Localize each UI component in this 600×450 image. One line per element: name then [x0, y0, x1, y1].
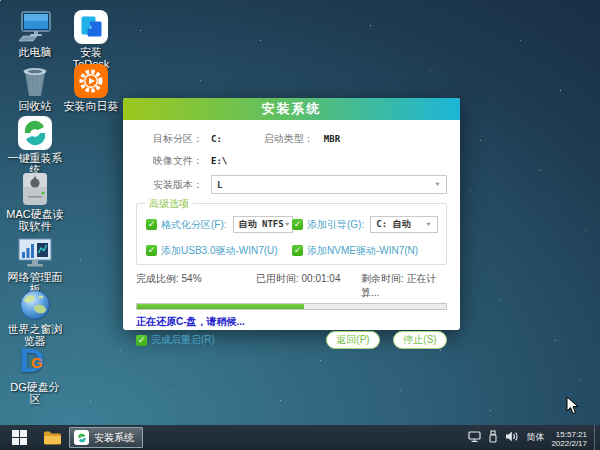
desktop-icon-recycle-bin[interactable]: 回收站 [6, 62, 64, 112]
restart-after-label: 完成后重启(R) [151, 333, 215, 347]
advanced-options-group: 高级选项 ✓ 格式化分区(F): 自动 NTFS ▼ ✓ 添加引导(G): [136, 203, 447, 265]
format-partition-select[interactable]: 自动 NTFS ▼ [233, 216, 293, 233]
usb3-driver-checkbox[interactable]: ✓ [146, 245, 157, 256]
chevron-down-icon: ▼ [425, 222, 432, 228]
target-partition-label: 目标分区： [153, 132, 203, 146]
progress-bar-fill [137, 304, 304, 309]
this-pc-icon [6, 8, 64, 44]
show-desktop-button[interactable] [594, 425, 598, 450]
usb-tray-icon[interactable] [488, 429, 498, 447]
recycle-bin-icon [6, 62, 64, 98]
desktop-icon-label: DG硬盘分区 [6, 381, 64, 405]
percent-complete: 完成比例: 54% [136, 272, 256, 300]
todesk-icon [62, 8, 120, 44]
desktop-icon-todesk[interactable]: 安装ToDesk [62, 8, 120, 70]
ime-indicator[interactable]: 简体 [526, 431, 544, 444]
image-file-row: 映像文件： E:\ [153, 154, 447, 168]
globe-icon [6, 285, 64, 321]
desktop-icon-mac-disk-reader[interactable]: MAC硬盘读取软件 [6, 170, 64, 232]
format-partition-label: 格式化分区(F): [161, 218, 227, 232]
chevron-down-icon: ▼ [284, 222, 291, 228]
mac-disk-icon [6, 170, 64, 206]
add-boot-checkbox[interactable]: ✓ [292, 219, 303, 230]
usb3-driver-label: 添加USB3.0驱动-WIN7(U) [161, 244, 278, 258]
taskbar-clock[interactable]: 15:57:21 2022/2/17 [551, 428, 587, 448]
boot-type-value: MBR [324, 134, 340, 144]
elapsed-time: 已用时间: 00:01:04 [256, 272, 361, 300]
image-file-label: 映像文件： [153, 154, 203, 168]
install-system-app-icon [74, 430, 89, 445]
folder-icon [43, 430, 62, 445]
progress-stats: 完成比例: 54% 已用时间: 00:01:04 剩余时间: 正在计算... [136, 272, 447, 300]
restart-after-checkbox[interactable]: ✓ [136, 335, 147, 346]
stop-button[interactable]: 停止(S) [393, 331, 447, 349]
boot-type-label: 启动类型： [264, 132, 314, 146]
chevron-down-icon: ▼ [434, 182, 441, 188]
dialog-bottom-row: ✓ 完成后重启(R) 返回(P) 停止(S) [136, 331, 447, 349]
status-text: 正在还原C-盘，请稍候... [136, 315, 447, 327]
install-version-row: 安装版本： L ▼ [153, 175, 447, 194]
target-partition-value: C: [211, 134, 222, 144]
volume-tray-icon[interactable] [505, 429, 519, 447]
install-system-dialog: 安装系统 目标分区： C: 启动类型： MBR 映像文件： E:\ 安装版本： … [123, 98, 460, 330]
desktop-icon-one-click-reinstall[interactable]: 一键重装系统 [6, 114, 64, 176]
clock-date: 2022/2/17 [551, 439, 587, 448]
advanced-options-title: 高级选项 [145, 197, 193, 211]
network-panel-icon [6, 233, 64, 269]
sunflower-icon [62, 62, 120, 98]
desktop-icon-label: 安装向日葵 [62, 100, 120, 112]
network-tray-icon[interactable] [468, 429, 481, 447]
nvme-driver-checkbox[interactable]: ✓ [292, 245, 303, 256]
windows-logo-icon [12, 430, 27, 445]
desktop-icon-dg-partition[interactable]: DG DG硬盘分区 [6, 343, 64, 405]
progress-bar [136, 303, 447, 310]
desktop-icon-this-pc[interactable]: 此电脑 [6, 8, 64, 58]
remaining-time: 剩余时间: 正在计算... [361, 272, 447, 300]
dg-icon: DG [6, 343, 64, 379]
image-file-value: E:\ [211, 156, 227, 166]
start-button[interactable] [0, 425, 38, 450]
dialog-title: 安装系统 [262, 101, 322, 116]
nvme-driver-label: 添加NVME驱动-WIN7(N) [307, 244, 418, 258]
dialog-titlebar[interactable]: 安装系统 [123, 98, 460, 120]
system-tray: 简体 15:57:21 2022/2/17 [468, 425, 600, 450]
add-boot-label: 添加引导(G): [307, 218, 364, 232]
desktop-icon-label: 回收站 [6, 100, 64, 112]
install-version-select[interactable]: L ▼ [211, 175, 447, 194]
add-boot-select[interactable]: C: 自动 ▼ [370, 216, 438, 233]
format-partition-checkbox[interactable]: ✓ [146, 219, 157, 230]
task-label: 安装系统 [94, 431, 134, 445]
desktop-icon-world-browser[interactable]: 世界之窗浏览器 [6, 285, 64, 347]
desktop-icon-sunflower[interactable]: 安装向日葵 [62, 62, 120, 112]
reinstall-icon [6, 114, 64, 150]
file-explorer-button[interactable] [38, 425, 66, 450]
desktop-icon-label: MAC硬盘读取软件 [6, 208, 64, 232]
taskbar: 安装系统 [0, 425, 600, 450]
desktop: 此电脑 安装ToDesk 回收站 [0, 0, 600, 450]
dialog-body: 目标分区： C: 启动类型： MBR 映像文件： E:\ 安装版本： L ▼ [123, 120, 460, 349]
clock-time: 15:57:21 [551, 430, 587, 439]
stars [0, 0, 1, 1]
mouse-cursor [566, 396, 579, 419]
taskbar-task-install-system[interactable]: 安装系统 [69, 427, 143, 448]
target-partition-row: 目标分区： C: 启动类型： MBR [153, 132, 447, 146]
back-button[interactable]: 返回(P) [326, 331, 380, 349]
install-version-label: 安装版本： [153, 178, 203, 192]
desktop-icon-label: 此电脑 [6, 46, 64, 58]
